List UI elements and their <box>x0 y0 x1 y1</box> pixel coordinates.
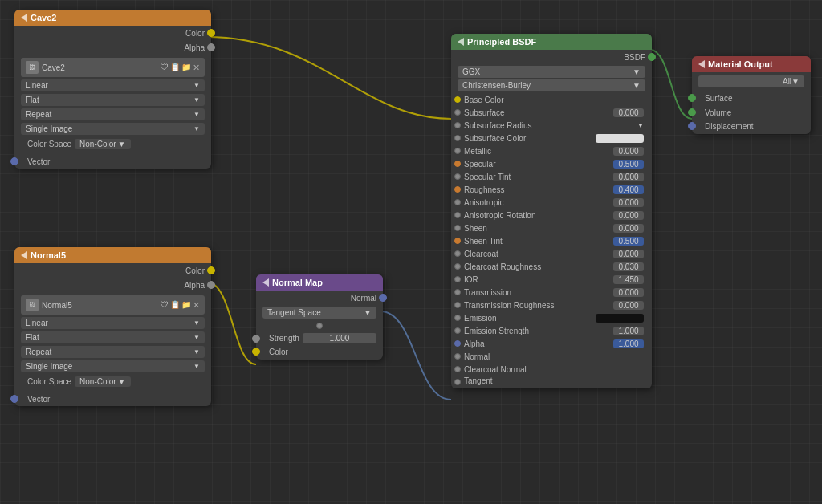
ior-socket <box>454 276 461 282</box>
trans-val[interactable]: 0.000 <box>613 288 644 297</box>
n5-interpolation-dropdown[interactable]: Linear ▼ <box>21 317 205 329</box>
cave2-vector-input: Vector <box>14 154 211 169</box>
n5-browse-icon: 📁 <box>181 300 191 311</box>
nm-space-dropdown[interactable]: Tangent Space ▼ <box>262 307 376 319</box>
pbsdf-cb-dropdown[interactable]: Christensen-Burley ▼ <box>458 79 645 91</box>
n5-colorspace-dropdown[interactable]: Non-Color ▼ <box>75 376 130 387</box>
alpha-socket-pbsdf <box>454 340 461 347</box>
prop-subcol: Subsurface Color <box>451 132 652 144</box>
specular-val[interactable]: 0.500 <box>613 160 644 169</box>
pbsdf-header: Principled BSDF <box>451 34 652 50</box>
pbsdf-collapse-icon[interactable] <box>458 38 464 46</box>
repeat-label: Repeat <box>26 110 51 119</box>
displacement-label: Displacement <box>705 122 754 131</box>
nm-strength-val[interactable]: 1.000 <box>303 333 376 343</box>
copy-icon: 📋 <box>170 63 180 73</box>
interpolation-label: Linear <box>26 81 48 90</box>
cs-arrow: ▼ <box>118 140 126 148</box>
n5-cs-arrow: ▼ <box>118 377 126 386</box>
prop-anisorot: Anisotropic Rotation 0.000 <box>451 209 652 222</box>
prop-subrad: Subsurface Radius ▼ <box>451 119 652 132</box>
sheen-val[interactable]: 0.000 <box>613 224 644 233</box>
pbsdf-title: Principled BSDF <box>467 37 536 47</box>
cave2-img-name: Cave2 <box>42 63 157 72</box>
prop-clearcoat: Clearcoat 0.000 <box>451 247 652 260</box>
bsdf-socket <box>648 53 656 61</box>
cave2-title: Cave2 <box>31 13 56 22</box>
sheentint-val[interactable]: 0.500 <box>613 237 644 246</box>
nm-strength-socket <box>252 335 260 343</box>
surface-label: Surface <box>705 94 732 103</box>
matout-surface: Surface <box>692 91 811 105</box>
aniso-socket <box>454 199 461 205</box>
cave2-repeat-dropdown[interactable]: Repeat ▼ <box>21 108 205 120</box>
n5-dropdown-arrow2: ▼ <box>193 334 200 341</box>
color-socket <box>207 29 215 37</box>
cave2-image-picker[interactable]: 🖼 Cave2 🛡 📋 📁 ✕ <box>21 58 205 77</box>
prop-roughness: Roughness 0.400 <box>451 183 652 196</box>
pbsdf-bsdf-output: BSDF <box>451 50 652 64</box>
ccrough-val[interactable]: 0.030 <box>613 262 644 271</box>
close-icon[interactable]: ✕ <box>193 63 200 73</box>
normal5-alpha-output: Alpha <box>14 278 211 292</box>
subrad-socket <box>454 122 461 128</box>
alpha-val[interactable]: 1.000 <box>613 339 644 348</box>
prop-spectint: Specular Tint 0.000 <box>451 170 652 183</box>
n5-vector-label: Vector <box>27 395 50 404</box>
normal5-header: Normal5 <box>14 247 211 263</box>
normal5-texture-node: Normal5 Color Alpha 🖼 Normal5 🛡 📋 📁 ✕ Li… <box>14 247 211 406</box>
browse-icon: 📁 <box>181 63 191 73</box>
nm-strength-label: Strength <box>262 334 299 343</box>
matout-all-dropdown[interactable]: All ▼ <box>698 75 804 87</box>
extension-label: Flat <box>26 96 39 104</box>
metallic-val[interactable]: 0.000 <box>613 147 644 156</box>
image-icon: 🖼 <box>26 61 39 74</box>
n5-color-label: Color <box>21 266 205 275</box>
normal5-image-picker[interactable]: 🖼 Normal5 🛡 📋 📁 ✕ <box>21 295 205 315</box>
prop-transrough: Transmission Roughness 0.000 <box>451 299 652 311</box>
emstrength-val[interactable]: 1.000 <box>613 327 644 335</box>
cave2-colorspace-dropdown[interactable]: Non-Color ▼ <box>75 139 130 149</box>
subcol-val[interactable] <box>596 134 644 143</box>
matout-collapse-icon[interactable] <box>698 60 705 68</box>
clearcoat-val[interactable]: 0.000 <box>613 250 644 258</box>
cave2-source-dropdown[interactable]: Single Image ▼ <box>21 123 205 135</box>
n5-alpha-label: Alpha <box>21 281 205 290</box>
sheentint-socket <box>454 238 461 244</box>
nm-collapse-icon[interactable] <box>262 278 269 287</box>
nm-strength-row: Strength 1.000 <box>256 331 383 345</box>
subsurface-val[interactable]: 0.000 <box>613 108 644 117</box>
transrough-val[interactable]: 0.000 <box>613 301 644 310</box>
n5-repeat-dropdown[interactable]: Repeat ▼ <box>21 346 205 358</box>
cave2-header: Cave2 <box>14 10 211 26</box>
n5-extension-dropdown[interactable]: Flat ▼ <box>21 331 205 343</box>
volume-socket <box>688 108 696 116</box>
n5-close-icon[interactable]: ✕ <box>193 300 200 311</box>
collapse-icon[interactable] <box>21 14 27 22</box>
nm-dot-row <box>256 320 383 331</box>
cave2-interpolation-dropdown[interactable]: Linear ▼ <box>21 79 205 91</box>
anisorot-val[interactable]: 0.000 <box>613 211 644 220</box>
prop-emission: Emission <box>451 311 652 324</box>
normal5-color-output: Color <box>14 263 211 278</box>
aniso-val[interactable]: 0.000 <box>613 198 644 207</box>
alpha-socket <box>207 43 215 51</box>
ggx-label: GGX <box>462 67 480 76</box>
collapse-icon2[interactable] <box>21 251 27 259</box>
transrough-socket <box>454 302 461 308</box>
pbsdf-ggx-dropdown[interactable]: GGX ▼ <box>458 66 645 78</box>
spectint-val[interactable]: 0.000 <box>613 173 644 181</box>
n5-source-dropdown[interactable]: Single Image ▼ <box>21 360 205 372</box>
ccrough-socket <box>454 263 461 270</box>
prop-tangent: Tangent <box>451 376 652 388</box>
nm-normal-label: Normal <box>262 294 376 303</box>
cave2-extension-dropdown[interactable]: Flat ▼ <box>21 94 205 106</box>
volume-label: Volume <box>705 108 731 117</box>
bsdf-label: BSDF <box>458 53 645 62</box>
roughness-val[interactable]: 0.400 <box>613 185 644 194</box>
emission-val[interactable] <box>596 314 644 323</box>
ior-val[interactable]: 1.450 <box>613 275 644 284</box>
emission-socket <box>454 315 461 321</box>
color-label: Color <box>21 29 205 38</box>
matout-volume: Volume <box>692 105 811 120</box>
